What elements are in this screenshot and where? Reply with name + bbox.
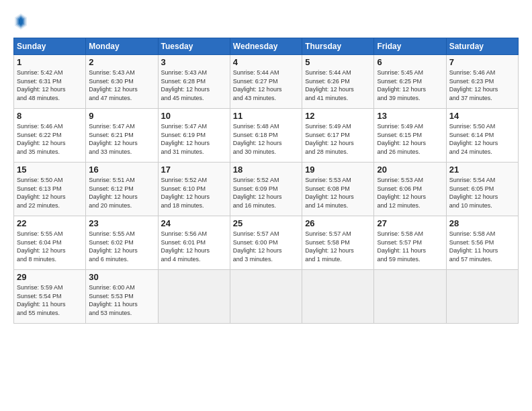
- calendar-row-4: 22Sunrise: 5:55 AM Sunset: 6:04 PM Dayli…: [14, 216, 519, 270]
- day-number: 25: [233, 218, 299, 228]
- day-number: 29: [17, 272, 83, 282]
- day-number: 28: [449, 218, 515, 228]
- calendar-cell: 17Sunrise: 5:52 AM Sunset: 6:10 PM Dayli…: [158, 163, 230, 216]
- header-cell-tuesday: Tuesday: [158, 38, 230, 55]
- day-info: Sunrise: 5:45 AM Sunset: 6:25 PM Dayligh…: [377, 68, 443, 102]
- header-cell-saturday: Saturday: [446, 38, 518, 55]
- day-number: 22: [17, 218, 83, 228]
- day-info: Sunrise: 5:56 AM Sunset: 6:01 PM Dayligh…: [161, 230, 227, 263]
- day-info: Sunrise: 5:50 AM Sunset: 6:13 PM Dayligh…: [17, 176, 83, 210]
- day-info: Sunrise: 5:58 AM Sunset: 5:56 PM Dayligh…: [449, 230, 515, 263]
- header-cell-thursday: Thursday: [302, 38, 374, 55]
- day-info: Sunrise: 5:59 AM Sunset: 5:54 PM Dayligh…: [17, 283, 83, 317]
- day-info: Sunrise: 5:49 AM Sunset: 6:15 PM Dayligh…: [377, 122, 443, 156]
- day-number: 8: [17, 111, 83, 121]
- calendar-cell: 26Sunrise: 5:57 AM Sunset: 5:58 PM Dayli…: [302, 216, 374, 270]
- calendar-cell: 14Sunrise: 5:50 AM Sunset: 6:14 PM Dayli…: [446, 109, 518, 163]
- day-info: Sunrise: 5:44 AM Sunset: 6:27 PM Dayligh…: [233, 68, 299, 102]
- day-number: 24: [161, 218, 227, 228]
- day-info: Sunrise: 5:46 AM Sunset: 6:22 PM Dayligh…: [17, 122, 83, 156]
- day-number: 6: [377, 57, 443, 67]
- day-info: Sunrise: 5:52 AM Sunset: 6:10 PM Dayligh…: [161, 176, 227, 210]
- calendar-cell: [230, 270, 302, 324]
- day-info: Sunrise: 5:51 AM Sunset: 6:12 PM Dayligh…: [89, 176, 154, 210]
- day-number: 19: [305, 165, 371, 175]
- day-number: 7: [449, 57, 515, 67]
- day-number: 11: [233, 111, 299, 121]
- day-info: Sunrise: 5:47 AM Sunset: 6:19 PM Dayligh…: [161, 122, 227, 156]
- day-info: Sunrise: 5:57 AM Sunset: 5:58 PM Dayligh…: [305, 230, 371, 263]
- day-info: Sunrise: 5:58 AM Sunset: 5:57 PM Dayligh…: [377, 230, 443, 263]
- logo: [13, 12, 30, 31]
- day-info: Sunrise: 5:43 AM Sunset: 6:30 PM Dayligh…: [89, 68, 154, 102]
- calendar-row-2: 8Sunrise: 5:46 AM Sunset: 6:22 PM Daylig…: [14, 109, 519, 163]
- day-number: 27: [377, 218, 443, 228]
- day-number: 17: [161, 165, 227, 175]
- day-number: 10: [161, 111, 227, 121]
- calendar-cell: 5Sunrise: 5:44 AM Sunset: 6:26 PM Daylig…: [302, 55, 374, 109]
- calendar-cell: 19Sunrise: 5:53 AM Sunset: 6:08 PM Dayli…: [302, 163, 374, 216]
- calendar-row-5: 29Sunrise: 5:59 AM Sunset: 5:54 PM Dayli…: [14, 270, 519, 324]
- day-number: 12: [305, 111, 371, 121]
- day-number: 5: [305, 57, 371, 67]
- calendar-row-3: 15Sunrise: 5:50 AM Sunset: 6:13 PM Dayli…: [14, 163, 519, 216]
- calendar-cell: 3Sunrise: 5:43 AM Sunset: 6:28 PM Daylig…: [158, 55, 230, 109]
- calendar-cell: [302, 270, 374, 324]
- calendar-cell: 18Sunrise: 5:52 AM Sunset: 6:09 PM Dayli…: [230, 163, 302, 216]
- calendar-cell: 27Sunrise: 5:58 AM Sunset: 5:57 PM Dayli…: [374, 216, 446, 270]
- day-number: 14: [449, 111, 515, 121]
- header-cell-sunday: Sunday: [14, 38, 86, 55]
- day-info: Sunrise: 5:44 AM Sunset: 6:26 PM Dayligh…: [305, 68, 371, 102]
- calendar-cell: 28Sunrise: 5:58 AM Sunset: 5:56 PM Dayli…: [446, 216, 518, 270]
- header-row: SundayMondayTuesdayWednesdayThursdayFrid…: [14, 38, 519, 55]
- day-number: 2: [89, 57, 154, 67]
- day-info: Sunrise: 5:46 AM Sunset: 6:23 PM Dayligh…: [449, 68, 515, 102]
- day-info: Sunrise: 5:55 AM Sunset: 6:02 PM Dayligh…: [89, 230, 154, 263]
- day-number: 18: [233, 165, 299, 175]
- calendar-cell: 21Sunrise: 5:54 AM Sunset: 6:05 PM Dayli…: [446, 163, 518, 216]
- header: [13, 12, 519, 31]
- calendar-cell: 6Sunrise: 5:45 AM Sunset: 6:25 PM Daylig…: [374, 55, 446, 109]
- calendar-cell: 9Sunrise: 5:47 AM Sunset: 6:21 PM Daylig…: [86, 109, 158, 163]
- day-info: Sunrise: 5:54 AM Sunset: 6:05 PM Dayligh…: [449, 176, 515, 210]
- calendar-cell: 13Sunrise: 5:49 AM Sunset: 6:15 PM Dayli…: [374, 109, 446, 163]
- calendar-cell: 29Sunrise: 5:59 AM Sunset: 5:54 PM Dayli…: [14, 270, 86, 324]
- day-number: 21: [449, 165, 515, 175]
- calendar-table: SundayMondayTuesdayWednesdayThursdayFrid…: [13, 38, 519, 324]
- calendar-cell: [158, 270, 230, 324]
- day-info: Sunrise: 5:53 AM Sunset: 6:08 PM Dayligh…: [305, 176, 371, 210]
- calendar-cell: 4Sunrise: 5:44 AM Sunset: 6:27 PM Daylig…: [230, 55, 302, 109]
- day-number: 26: [305, 218, 371, 228]
- calendar-cell: 16Sunrise: 5:51 AM Sunset: 6:12 PM Dayli…: [86, 163, 158, 216]
- logo-icon: [13, 12, 28, 31]
- day-info: Sunrise: 5:50 AM Sunset: 6:14 PM Dayligh…: [449, 122, 515, 156]
- calendar-cell: 10Sunrise: 5:47 AM Sunset: 6:19 PM Dayli…: [158, 109, 230, 163]
- calendar-cell: 15Sunrise: 5:50 AM Sunset: 6:13 PM Dayli…: [14, 163, 86, 216]
- calendar-cell: 1Sunrise: 5:42 AM Sunset: 6:31 PM Daylig…: [14, 55, 86, 109]
- calendar-cell: 25Sunrise: 5:57 AM Sunset: 6:00 PM Dayli…: [230, 216, 302, 270]
- calendar-cell: [374, 270, 446, 324]
- day-info: Sunrise: 5:48 AM Sunset: 6:18 PM Dayligh…: [233, 122, 299, 156]
- day-number: 30: [89, 272, 154, 282]
- calendar-cell: 20Sunrise: 5:53 AM Sunset: 6:06 PM Dayli…: [374, 163, 446, 216]
- day-info: Sunrise: 5:49 AM Sunset: 6:17 PM Dayligh…: [305, 122, 371, 156]
- calendar-cell: 11Sunrise: 5:48 AM Sunset: 6:18 PM Dayli…: [230, 109, 302, 163]
- calendar-row-1: 1Sunrise: 5:42 AM Sunset: 6:31 PM Daylig…: [14, 55, 519, 109]
- day-number: 16: [89, 165, 154, 175]
- day-number: 3: [161, 57, 227, 67]
- day-info: Sunrise: 5:42 AM Sunset: 6:31 PM Dayligh…: [17, 68, 83, 102]
- day-info: Sunrise: 5:53 AM Sunset: 6:06 PM Dayligh…: [377, 176, 443, 210]
- calendar-cell: 7Sunrise: 5:46 AM Sunset: 6:23 PM Daylig…: [446, 55, 518, 109]
- day-info: Sunrise: 5:57 AM Sunset: 6:00 PM Dayligh…: [233, 230, 299, 263]
- day-number: 9: [89, 111, 154, 121]
- day-number: 15: [17, 165, 83, 175]
- header-cell-monday: Monday: [86, 38, 158, 55]
- day-info: Sunrise: 5:52 AM Sunset: 6:09 PM Dayligh…: [233, 176, 299, 210]
- day-info: Sunrise: 5:47 AM Sunset: 6:21 PM Dayligh…: [89, 122, 154, 156]
- calendar-cell: 22Sunrise: 5:55 AM Sunset: 6:04 PM Dayli…: [14, 216, 86, 270]
- day-info: Sunrise: 5:43 AM Sunset: 6:28 PM Dayligh…: [161, 68, 227, 102]
- calendar-cell: 23Sunrise: 5:55 AM Sunset: 6:02 PM Dayli…: [86, 216, 158, 270]
- day-info: Sunrise: 6:00 AM Sunset: 5:53 PM Dayligh…: [89, 283, 154, 317]
- day-info: Sunrise: 5:55 AM Sunset: 6:04 PM Dayligh…: [17, 230, 83, 263]
- day-number: 20: [377, 165, 443, 175]
